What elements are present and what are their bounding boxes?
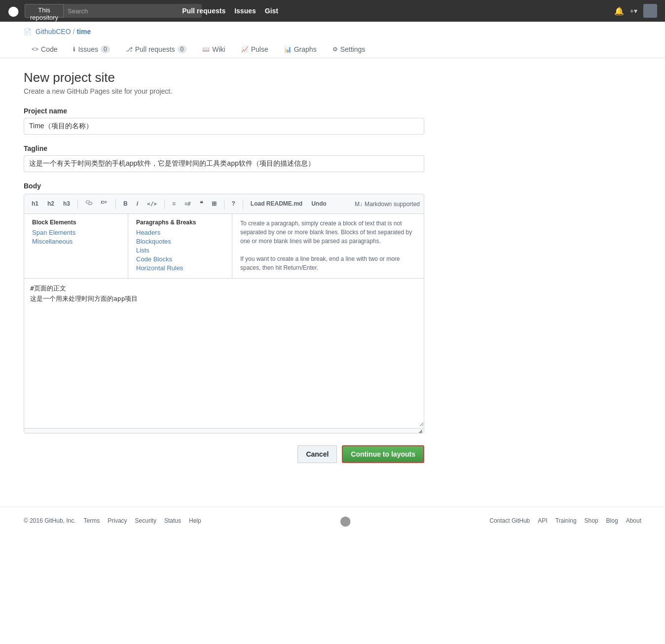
code-blocks-link[interactable]: Code Blocks [136,255,224,263]
horizontal-rules-link[interactable]: Horizontal Rules [136,264,224,272]
resize-handle[interactable]: ◢ [24,428,424,433]
project-name-label: Project name [24,107,470,115]
body-label: Body [24,182,470,190]
ul-button[interactable]: ≡ [169,198,179,210]
undo-button[interactable]: Undo [308,198,330,210]
graphs-icon: 📊 [284,46,292,53]
tab-issues[interactable]: ℹ Issues 0 [65,41,117,58]
tab-settings[interactable]: ⚙ Settings [325,41,373,58]
notification-bell-icon[interactable]: 🔔 [614,6,624,16]
ol-button[interactable]: ≡# [181,198,194,210]
tab-pulse-label: Pulse [251,45,268,53]
continue-to-layouts-button[interactable]: Continue to layouts [342,445,424,463]
headers-link[interactable]: Headers [136,229,224,236]
tagline-label: Tagline [24,144,470,152]
settings-icon: ⚙ [332,46,338,53]
h2-button[interactable]: h2 [44,198,58,210]
tab-pulse[interactable]: 📈 Pulse [233,41,276,58]
breadcrumb: 📄 GithubCEO / time [0,22,665,41]
breadcrumb-repo[interactable]: time [76,28,91,36]
help-button[interactable]: ? [228,198,239,210]
miscellaneous-link[interactable]: Miscellaneous [32,238,120,245]
page-subtitle: Create a new GitHub Pages site for your … [24,87,470,95]
image-button[interactable] [98,197,111,211]
project-name-group: Project name [24,107,470,135]
tagline-input[interactable] [24,155,424,172]
h1-button[interactable]: h1 [28,198,42,210]
issues-icon: ℹ [73,46,75,53]
table-button[interactable]: ⊞ [208,198,220,210]
toolbar-sep-4 [224,199,224,209]
footer-copyright: © 2016 GitHub, Inc. [24,517,76,524]
lists-link[interactable]: Lists [136,247,224,254]
footer-left: © 2016 GitHub, Inc. Terms Privacy Securi… [24,517,201,524]
bold-button[interactable]: B [120,198,131,210]
markdown-help-panel: Block Elements Span Elements Miscellaneo… [24,214,424,279]
editor-toolbar: h1 h2 h3 B i </> ≡ ≡# ❝ ⊞ [24,194,424,214]
blockquotes-link[interactable]: Blockquotes [136,238,224,245]
h3-button[interactable]: h3 [60,198,74,210]
nav-issues[interactable]: Issues [234,7,256,15]
quote-button[interactable]: ❝ [196,198,206,210]
pulse-icon: 📈 [241,46,249,53]
footer-shop-link[interactable]: Shop [585,517,598,524]
tab-graphs[interactable]: 📊 Graphs [276,41,325,58]
md-col1-header: Block Elements [32,219,120,226]
editor-container: h1 h2 h3 B i </> ≡ ≡# ❝ ⊞ [24,194,424,433]
load-readme-button[interactable]: Load README.md [247,198,306,210]
footer-about-link[interactable]: About [626,517,641,524]
scope-selector[interactable]: This repository [25,4,64,18]
pr-icon: ⎇ [126,46,133,53]
footer-help-link[interactable]: Help [189,517,201,524]
tab-issues-label: Issues [78,45,98,53]
markdown-label: Markdown supported [365,201,420,208]
md-col-1: Block Elements Span Elements Miscellaneo… [24,214,128,278]
code-button[interactable]: </> [144,198,160,210]
issues-count: 0 [101,45,110,53]
nav-gist[interactable]: Gist [265,7,278,15]
tab-wiki[interactable]: 📖 Wiki [194,41,233,58]
footer-terms-link[interactable]: Terms [84,517,100,524]
nav-pull-requests[interactable]: Pull requests [182,7,225,15]
breadcrumb-separator: / [73,28,75,36]
link-button[interactable] [82,197,96,211]
markdown-info: M↓ Markdown supported [355,201,420,208]
pr-count: 0 [178,45,187,53]
footer-privacy-link[interactable]: Privacy [108,517,127,524]
repo-tabs: <> Code ℹ Issues 0 ⎇ Pull requests 0 📖 W… [0,41,665,58]
tab-graphs-label: Graphs [294,45,317,53]
cancel-button[interactable]: Cancel [297,445,337,463]
header: ⬤ This repository Pull requests Issues G… [0,0,665,22]
form-actions: Cancel Continue to layouts [24,445,424,463]
toolbar-sep-3 [164,199,165,209]
footer-training-link[interactable]: Training [555,517,577,524]
body-group: Body h1 h2 h3 B i </> ≡ ≡# [24,182,470,433]
search-input[interactable] [64,4,202,18]
span-elements-link[interactable]: Span Elements [32,229,120,236]
tab-pull-requests[interactable]: ⎇ Pull requests 0 [118,41,195,58]
header-right: 🔔 +▾ [614,4,657,18]
project-name-input[interactable] [24,118,424,135]
body-textarea[interactable]: #页面的正文 这是一个用来处理时间方面的app项目 [24,279,424,427]
github-logo-icon[interactable]: ⬤ [8,5,19,17]
footer-status-link[interactable]: Status [164,517,181,524]
repo-icon: 📄 [24,28,32,36]
footer-security-link[interactable]: Security [135,517,156,524]
italic-button[interactable]: i [133,198,142,210]
main-content: New project site Create a new GitHub Pag… [0,58,493,487]
footer-contact-link[interactable]: Contact GitHub [489,517,530,524]
tab-code[interactable]: <> Code [24,41,65,58]
md-col-2: Paragraphs & Breaks Headers Blockquotes … [128,214,232,278]
tab-code-label: Code [41,45,57,53]
footer-api-link[interactable]: API [538,517,547,524]
avatar[interactable] [643,4,657,18]
md-col-3: To create a paragraph, simply create a b… [232,214,424,278]
toolbar-sep-5 [243,199,243,209]
tab-pr-label: Pull requests [135,45,175,53]
tab-settings-label: Settings [340,45,366,53]
breadcrumb-owner[interactable]: GithubCEO [36,28,71,36]
new-plus-icon[interactable]: +▾ [630,7,637,15]
footer-right: Contact GitHub API Training Shop Blog Ab… [489,517,641,524]
footer-blog-link[interactable]: Blog [606,517,618,524]
toolbar-sep-1 [77,199,78,209]
